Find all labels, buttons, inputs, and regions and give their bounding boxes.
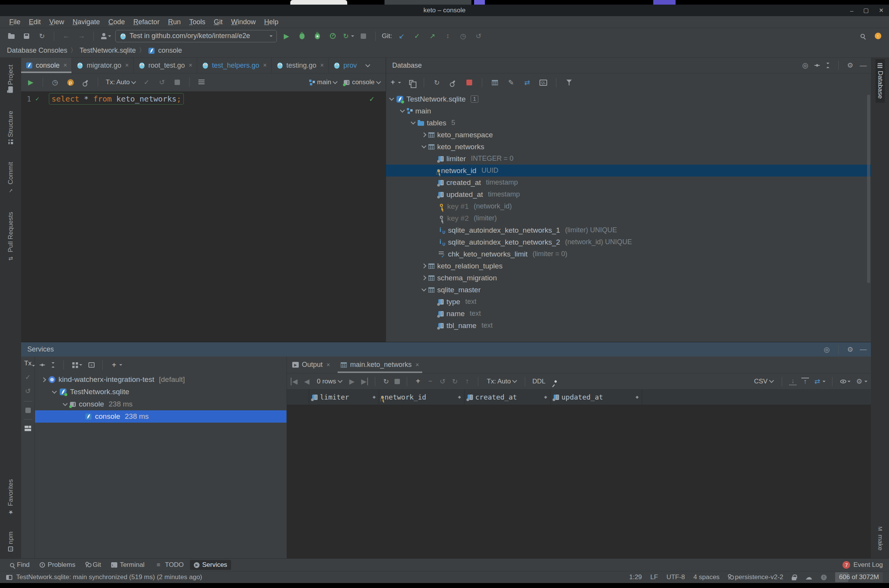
schema-select[interactable]: main bbox=[308, 78, 339, 86]
tree-row[interactable]: TestNetwork.sqlite1 bbox=[386, 93, 871, 105]
submit-button[interactable] bbox=[463, 378, 471, 385]
tree-row[interactable]: tables5 bbox=[386, 117, 871, 129]
stop-query-button[interactable] bbox=[171, 77, 183, 88]
chevron-right-icon[interactable] bbox=[421, 132, 426, 137]
cloud-icon[interactable] bbox=[805, 573, 812, 581]
close-icon[interactable] bbox=[263, 62, 266, 69]
revert-button[interactable] bbox=[439, 378, 446, 385]
ide-update-button[interactable] bbox=[872, 31, 884, 42]
git-history-button[interactable] bbox=[457, 32, 469, 40]
menu-tools[interactable]: Tools bbox=[185, 17, 209, 27]
chevron-down-icon[interactable] bbox=[63, 401, 68, 406]
stop-icon[interactable] bbox=[25, 408, 31, 413]
tool-button-services[interactable]: Services bbox=[190, 560, 231, 570]
tree-row[interactable]: console238 ms bbox=[35, 398, 286, 410]
profiler-button[interactable] bbox=[327, 31, 338, 42]
search-everywhere-button[interactable] bbox=[857, 31, 868, 42]
menu-refactor[interactable]: Refactor bbox=[130, 17, 163, 27]
tool-button-terminal[interactable]: Terminal bbox=[107, 560, 148, 570]
git-branch-widget[interactable]: persistence-v2-2 bbox=[728, 573, 783, 581]
hide-panel-icon[interactable] bbox=[859, 346, 867, 353]
data-extractor-button[interactable] bbox=[814, 376, 825, 387]
tool-button-pull-requests[interactable]: Pull Requests bbox=[7, 209, 15, 265]
menu-navigate[interactable]: Navigate bbox=[69, 17, 104, 27]
chevron-down-icon[interactable] bbox=[411, 120, 416, 125]
filter-button[interactable] bbox=[563, 77, 575, 88]
parameters-button[interactable] bbox=[65, 77, 76, 88]
duplicate-button[interactable] bbox=[405, 77, 417, 88]
menu-window[interactable]: Window bbox=[227, 17, 260, 27]
rollback-button[interactable] bbox=[24, 387, 32, 395]
chevron-down-icon[interactable] bbox=[421, 143, 426, 148]
view-mode-icon[interactable] bbox=[25, 426, 31, 431]
column-header-updated-at[interactable]: updated_at bbox=[551, 390, 642, 405]
git-fetch-button[interactable] bbox=[442, 32, 453, 40]
menu-file[interactable]: File bbox=[5, 17, 24, 27]
group-by-button[interactable] bbox=[72, 360, 83, 370]
sort-icon[interactable] bbox=[636, 394, 639, 400]
tree-row[interactable]: limiterINTEGER = 0 bbox=[386, 153, 871, 165]
edit-source-button[interactable] bbox=[505, 79, 517, 87]
tree-row[interactable]: key #2(limiter) bbox=[386, 212, 871, 224]
disconnect-button[interactable] bbox=[463, 77, 475, 88]
chevron-down-icon[interactable] bbox=[400, 108, 405, 113]
pin-button[interactable] bbox=[550, 376, 561, 387]
tree-row[interactable]: keto_namespace bbox=[386, 129, 871, 141]
sort-icon[interactable] bbox=[544, 394, 547, 400]
close-icon[interactable] bbox=[125, 62, 128, 69]
column-header-network-id[interactable]: network_id bbox=[379, 390, 464, 405]
run-with-coverage-button[interactable] bbox=[311, 31, 323, 42]
tabs-overflow-button[interactable] bbox=[362, 58, 373, 73]
jump-to-console-button[interactable] bbox=[521, 79, 533, 87]
tab-main-keto-networks[interactable]: main.keto_networks bbox=[335, 356, 424, 373]
locate-icon[interactable] bbox=[801, 62, 809, 69]
indent-setting[interactable]: 4 spaces bbox=[693, 573, 719, 581]
lock-icon[interactable] bbox=[792, 577, 796, 580]
tx-mode-button[interactable]: Tx bbox=[24, 360, 32, 367]
menu-git[interactable]: Git bbox=[210, 17, 226, 27]
tree-row[interactable]: updated_attimestamp bbox=[386, 188, 871, 200]
sql-editor[interactable]: 1 select * from keto_networks; bbox=[21, 92, 386, 342]
tool-button-project[interactable]: Project bbox=[7, 62, 15, 96]
sync-status-message[interactable]: TestNetwork.sqlite: main synchronized (5… bbox=[16, 573, 202, 581]
column-header-limiter[interactable]: limiter bbox=[309, 390, 379, 405]
chevron-down-icon[interactable] bbox=[389, 96, 394, 101]
rollback-tx-button[interactable] bbox=[156, 78, 168, 86]
tree-row[interactable]: keto_networks bbox=[386, 141, 871, 153]
chevron-down-icon[interactable] bbox=[52, 389, 57, 394]
git-update-button[interactable] bbox=[396, 32, 407, 40]
gear-icon[interactable] bbox=[846, 62, 854, 69]
menu-edit[interactable]: Edit bbox=[25, 17, 45, 27]
tab-testing-go[interactable]: testing.go bbox=[272, 58, 329, 73]
run-configuration-select[interactable]: Test in github.com/ory/keto/internal/e2e bbox=[115, 30, 277, 42]
chevron-right-icon[interactable] bbox=[421, 275, 426, 280]
git-commit-button[interactable] bbox=[411, 32, 423, 40]
tool-button-structure[interactable]: Structure bbox=[7, 108, 15, 147]
file-encoding[interactable]: UTF-8 bbox=[666, 573, 685, 581]
close-icon[interactable] bbox=[415, 361, 419, 368]
memory-indicator[interactable]: 606 of 3072M bbox=[835, 572, 883, 582]
collapse-all-icon[interactable] bbox=[825, 62, 831, 68]
menu-help[interactable]: Help bbox=[260, 17, 282, 27]
tab-output[interactable]: Output bbox=[287, 356, 335, 373]
tree-row[interactable]: kind-watcherx-integration-test[default] bbox=[35, 373, 286, 386]
maximize-button[interactable]: ▢ bbox=[863, 7, 869, 14]
datasource-properties-button[interactable] bbox=[447, 77, 459, 88]
tree-row[interactable]: tbl_nametext bbox=[386, 320, 871, 331]
menu-run[interactable]: Run bbox=[164, 17, 185, 27]
tree-row[interactable]: nametext bbox=[386, 308, 871, 320]
add-service-button[interactable] bbox=[110, 360, 122, 370]
tree-row[interactable]: schema_migration bbox=[386, 272, 871, 284]
sort-icon[interactable] bbox=[373, 394, 376, 400]
tx-mode-select[interactable]: Tx: Auto bbox=[104, 78, 137, 86]
view-options-button[interactable] bbox=[839, 376, 851, 387]
preview-changes-button[interactable] bbox=[451, 378, 459, 385]
breadcrumb-database-consoles[interactable]: Database Consoles bbox=[7, 47, 67, 55]
tree-row[interactable]: sqlite_master bbox=[386, 284, 871, 296]
refresh-button[interactable] bbox=[431, 79, 443, 87]
tree-row[interactable]: typetext bbox=[386, 296, 871, 308]
git-rollback-button[interactable] bbox=[473, 32, 484, 40]
tx-mode-select[interactable]: Tx: Auto bbox=[485, 378, 518, 385]
tool-button-npm[interactable]: npm bbox=[7, 528, 15, 555]
tree-row[interactable]: keto_relation_tuples bbox=[386, 260, 871, 272]
